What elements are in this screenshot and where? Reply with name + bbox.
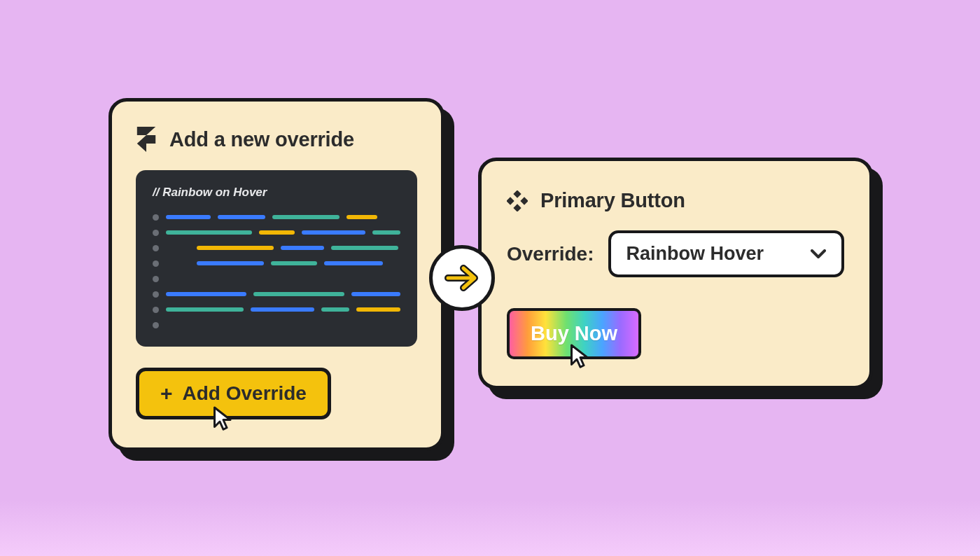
add-override-card: Add a new override // Rainbow on Hover +… — [108, 98, 444, 451]
svg-rect-0 — [513, 190, 521, 198]
arrow-right-icon — [444, 264, 480, 292]
svg-rect-2 — [520, 197, 528, 204]
arrow-right-badge — [429, 245, 495, 311]
code-line — [153, 271, 400, 286]
component-icon — [507, 190, 528, 211]
add-override-label: Add Override — [183, 382, 307, 405]
override-select[interactable]: Rainbow Hover — [608, 230, 845, 277]
code-line — [153, 302, 400, 317]
cursor-icon — [213, 405, 234, 431]
svg-rect-1 — [507, 197, 514, 204]
primary-button-card: Primary Button Override: Rainbow Hover B… — [478, 158, 873, 389]
override-select-value: Rainbow Hover — [626, 243, 764, 265]
card-header: Primary Button — [507, 189, 844, 212]
code-line — [153, 209, 400, 225]
framer-icon — [136, 127, 157, 152]
code-line — [153, 286, 400, 302]
buy-now-label: Buy Now — [531, 322, 617, 345]
code-block: // Rainbow on Hover — [136, 170, 417, 347]
code-comment: // Rainbow on Hover — [153, 186, 400, 200]
plus-icon: + — [160, 383, 173, 404]
cursor-icon — [570, 343, 591, 368]
override-row: Override: Rainbow Hover — [507, 230, 844, 277]
code-line — [153, 317, 400, 333]
chevron-down-icon — [811, 249, 826, 259]
card-header: Add a new override — [136, 127, 417, 152]
code-line — [153, 240, 400, 256]
card-title: Add a new override — [169, 128, 354, 151]
override-label: Override: — [507, 243, 594, 265]
code-line — [153, 225, 400, 240]
code-line — [153, 256, 400, 271]
card-title: Primary Button — [540, 189, 685, 212]
svg-rect-3 — [513, 204, 521, 211]
